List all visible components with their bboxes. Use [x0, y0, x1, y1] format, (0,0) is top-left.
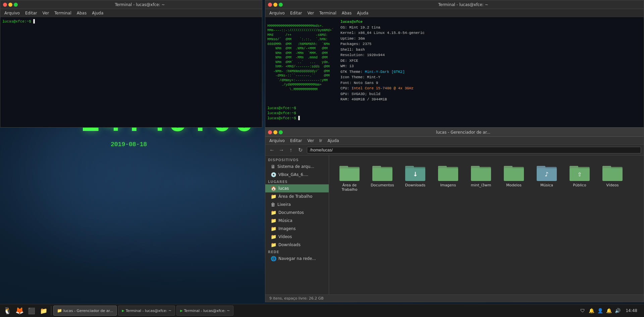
sidebar-item-sistema[interactable]: 🖥 Sistema de arqu... [265, 163, 329, 171]
terminal2-taskbar-icon: ▶ [180, 308, 182, 313]
fm-refresh-btn[interactable]: ↻ [296, 146, 304, 154]
launcher-linux[interactable]: 🐧 [2, 305, 13, 316]
fm-sidebar: DISPOSITIVOS 🖥 Sistema de arqu... 💿 VBox… [265, 155, 329, 295]
fm-up-btn[interactable]: ↑ [287, 146, 295, 154]
min-btn-fm[interactable] [273, 130, 277, 134]
fm-address-bar[interactable] [307, 147, 641, 153]
svg-rect-6 [372, 168, 392, 181]
min-btn-right[interactable] [273, 3, 277, 7]
fm-back-btn[interactable]: ← [268, 146, 276, 154]
launcher-files[interactable]: 📁 [38, 305, 49, 316]
menu-arquivo-right[interactable]: Arquivo [267, 11, 287, 15]
folder-label-documentos: Documentos [371, 183, 394, 187]
fm-toolbar: ← → ↑ ↻ [265, 145, 644, 155]
taskbar-clock: 14:48 [623, 308, 640, 313]
folder-item-publico[interactable]: ⇧ Público [565, 161, 595, 194]
folder-item-downloads[interactable]: ↓ Downloads [400, 161, 430, 194]
max-btn-right[interactable] [279, 3, 283, 7]
fm-forward-btn[interactable]: → [277, 146, 285, 154]
menu-editar-right[interactable]: Editar [287, 11, 305, 15]
sidebar-item-lucas[interactable]: 🏠 lucas [265, 184, 329, 192]
sidebar-item-music[interactable]: 📁 Música [265, 217, 329, 225]
fm-content: Área de Trabalho Documentos [329, 155, 644, 295]
folder-label-downloads: Downloads [405, 183, 425, 187]
folder-icon-videos: 📁 [271, 234, 276, 239]
volume-tray-icon[interactable]: 🔊 [614, 307, 621, 314]
folder-label-imagens: Imagens [440, 183, 456, 187]
fm-menu-ver[interactable]: Ver [305, 138, 317, 143]
window-controls-left[interactable] [3, 3, 18, 7]
menu-ver-right[interactable]: Ver [305, 11, 317, 15]
sidebar-item-docs[interactable]: 📁 Documentos [265, 209, 329, 217]
fm-menu-ir[interactable]: Ir [317, 138, 325, 143]
home-icon: 🏠 [271, 186, 276, 191]
close-btn-fm[interactable] [268, 130, 272, 134]
menu-ajuda-right[interactable]: Ajuda [354, 11, 371, 15]
taskbar-btn-terminal2[interactable]: ▶ Terminal - lucas@xfce: ~ [176, 306, 233, 316]
svg-rect-19 [504, 168, 524, 181]
window-controls-right[interactable] [268, 3, 283, 7]
user-tray-icon[interactable]: 👤 [597, 307, 603, 314]
sidebar-item-videos[interactable]: 📁 Vídeos [265, 233, 329, 241]
bell-tray-icon[interactable]: 🔔 [588, 307, 595, 314]
sidebar-item-trash[interactable]: 🗑 Lixeira [265, 200, 329, 209]
sidebar-label-lucas: lucas [278, 186, 289, 191]
trash-icon: 🗑 [271, 202, 275, 207]
close-btn-right[interactable] [268, 3, 272, 7]
shield-tray-icon[interactable]: 🛡 [579, 307, 586, 314]
svg-rect-30 [602, 168, 623, 181]
sidebar-item-network[interactable]: 🌐 Navegar na rede... [265, 255, 329, 263]
fm-menu: Arquivo Editar Ver Ir Ajuda [265, 137, 644, 145]
menu-abas-left[interactable]: Abas [74, 11, 89, 15]
svg-rect-29 [602, 166, 611, 169]
menu-arquivo-left[interactable]: Arquivo [2, 11, 22, 15]
sidebar-item-desktop[interactable]: 📁 Área de Trabalho [265, 192, 329, 200]
taskbar-btn-fm[interactable]: 📁 lucas - Gerenciador de ar... [53, 306, 117, 316]
folder-item-documentos[interactable]: Documentos [367, 161, 397, 194]
folder-item-imagens[interactable]: Imagens [433, 161, 463, 194]
terminal-right-content[interactable]: MMMMMMMMMMMMMMMMMMMMMMMmds+. MMm----::-:… [265, 17, 644, 127]
folder-item-mint-i3wm[interactable]: mint_i3wm [466, 161, 496, 194]
folder-item-videos[interactable]: Vídeos [597, 161, 628, 194]
sidebar-item-vbox[interactable]: 💿 VBox_GAs_6.... [265, 171, 329, 179]
min-btn-left[interactable] [8, 3, 12, 7]
terminal-left-content[interactable]: lucas@xfce:~$ ▋ [0, 17, 262, 127]
max-btn-fm[interactable] [279, 130, 283, 134]
folder-icon-images: 📁 [271, 226, 276, 231]
menu-abas-right[interactable]: Abas [339, 11, 354, 15]
fm-menu-editar[interactable]: Editar [287, 138, 305, 143]
sidebar-label-images: Imagens [278, 226, 296, 231]
menu-terminal-left[interactable]: Terminal [52, 11, 74, 15]
close-btn-left[interactable] [3, 3, 7, 7]
fm-menu-ajuda[interactable]: Ajuda [325, 138, 342, 143]
launcher-terminal[interactable]: ⬛ [26, 305, 37, 316]
notification-tray-icon[interactable]: 🔔 [605, 307, 612, 314]
sidebar-item-downloads[interactable]: 📁 Downloads [265, 241, 329, 249]
sidebar-label-desktop: Área de Trabalho [278, 194, 312, 199]
folder-icon-downloads-main: ↓ [405, 164, 425, 181]
folder-label-publico: Público [573, 183, 586, 187]
max-btn-left[interactable] [14, 3, 18, 7]
folder-item-modelos[interactable]: Modelos [499, 161, 529, 194]
menu-terminal-right[interactable]: Terminal [317, 11, 339, 15]
folder-icon-mint-i3wm [471, 164, 491, 181]
fm-menu-arquivo[interactable]: Arquivo [267, 138, 287, 143]
desktop: 14:49:00 2019-08-18 Terminal - lucas@xfc… [0, 0, 644, 304]
taskbar-separator-1 [51, 306, 51, 315]
terminal-left-titlebar: Terminal - lucas@xfce: ~ [0, 0, 262, 9]
svg-rect-3 [340, 169, 359, 180]
menu-editar-left[interactable]: Editar [22, 11, 40, 15]
launcher-firefox[interactable]: 🦊 [14, 305, 25, 316]
svg-rect-25 [570, 166, 578, 169]
window-controls-fm[interactable] [268, 130, 283, 134]
terminal-right-title: Terminal - lucas@xfce: ~ [285, 2, 641, 7]
folder-item-musica[interactable]: ♪ Música [532, 161, 562, 194]
sidebar-item-images[interactable]: 📁 Imagens [265, 225, 329, 233]
menu-ver-left[interactable]: Ver [40, 11, 52, 15]
sidebar-label-videos: Vídeos [278, 234, 292, 239]
folder-item-area-trabalho[interactable]: Área de Trabalho [334, 161, 365, 194]
taskbar-btn-terminal1[interactable]: ▶ Terminal - lucas@xfce: ~ [118, 306, 175, 316]
terminal-window-right: Terminal - lucas@xfce: ~ Arquivo Editar … [265, 0, 644, 128]
sidebar-label-downloads: Downloads [278, 242, 301, 247]
menu-ajuda-left[interactable]: Ajuda [89, 11, 106, 15]
